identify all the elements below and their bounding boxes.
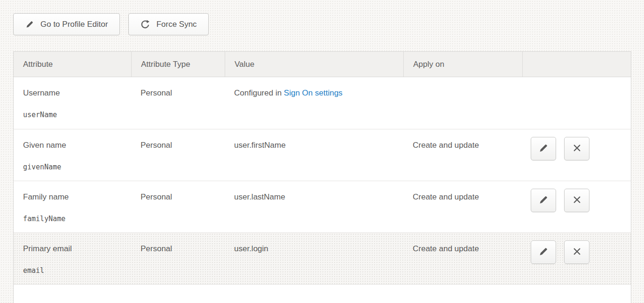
table-row	[14, 284, 631, 303]
edit-attribute-button[interactable]	[531, 189, 556, 212]
table-row: Username userName Personal Configured in…	[14, 77, 631, 129]
attribute-label: Family name	[23, 192, 122, 202]
attribute-label: Primary email	[23, 244, 122, 254]
attribute-variable: userName	[23, 111, 122, 119]
edit-attribute-button[interactable]	[531, 240, 556, 264]
sign-on-settings-link[interactable]: Sign On settings	[284, 88, 343, 97]
value-cell: user.firstName	[225, 129, 403, 181]
column-header-actions	[522, 52, 631, 77]
attribute-variable: familyName	[23, 215, 122, 223]
value-text: Configured in	[234, 88, 284, 97]
attribute-variable: givenName	[23, 163, 122, 171]
pencil-icon	[538, 246, 549, 259]
delete-attribute-button[interactable]	[564, 189, 589, 212]
toolbar: Go to Profile Editor Force Sync	[13, 13, 644, 35]
actions-cell	[522, 181, 631, 232]
x-icon	[572, 194, 582, 207]
column-header-attribute-type: Attribute Type	[131, 52, 225, 77]
table-row: Given name givenName Personal user.first…	[14, 129, 631, 181]
pencil-icon	[538, 194, 549, 207]
attribute-label: Username	[23, 88, 122, 98]
x-icon	[572, 143, 582, 155]
actions-cell	[522, 77, 631, 129]
apply-on-cell: Create and update	[403, 233, 522, 284]
delete-attribute-button[interactable]	[564, 137, 589, 160]
provisioning-attribute-mappings-page: Go to Profile Editor Force Sync Attribut…	[0, 0, 644, 303]
attribute-type-cell: Personal	[131, 181, 225, 232]
attribute-type-cell: Personal	[131, 77, 225, 129]
pencil-icon	[25, 20, 34, 29]
actions-cell	[522, 129, 631, 181]
attribute-cell: Family name familyName	[14, 181, 131, 232]
attribute-mappings-table: Attribute Attribute Type Value Apply on …	[13, 51, 631, 303]
table-header-row: Attribute Attribute Type Value Apply on	[14, 52, 631, 77]
attribute-cell: Given name givenName	[14, 129, 131, 181]
go-to-profile-editor-label: Go to Profile Editor	[40, 20, 108, 29]
actions-cell	[522, 233, 631, 284]
table-row: Primary email email Personal user.login …	[14, 232, 631, 284]
attribute-variable: email	[23, 266, 122, 275]
attribute-cell: Primary email email	[14, 233, 131, 284]
column-header-value: Value	[225, 52, 403, 77]
table-row: Family name familyName Personal user.las…	[14, 181, 631, 232]
apply-on-cell: Create and update	[403, 129, 522, 181]
attribute-cell: Username userName	[14, 77, 131, 129]
value-cell: user.lastName	[225, 181, 403, 232]
apply-on-cell	[403, 77, 522, 129]
attribute-label: Given name	[23, 141, 122, 150]
column-header-attribute: Attribute	[14, 52, 131, 77]
value-cell: user.login	[225, 233, 403, 284]
force-sync-button[interactable]: Force Sync	[128, 13, 209, 35]
delete-attribute-button[interactable]	[564, 240, 589, 264]
edit-attribute-button[interactable]	[531, 137, 556, 160]
column-header-apply-on: Apply on	[403, 52, 522, 77]
pencil-icon	[538, 143, 549, 155]
apply-on-cell: Create and update	[403, 181, 522, 232]
go-to-profile-editor-button[interactable]: Go to Profile Editor	[13, 13, 120, 35]
refresh-icon	[140, 19, 150, 30]
attribute-type-cell: Personal	[131, 129, 225, 181]
x-icon	[572, 246, 582, 258]
value-cell: Configured in Sign On settings	[225, 77, 403, 129]
force-sync-label: Force Sync	[157, 20, 197, 29]
attribute-type-cell: Personal	[131, 233, 225, 284]
